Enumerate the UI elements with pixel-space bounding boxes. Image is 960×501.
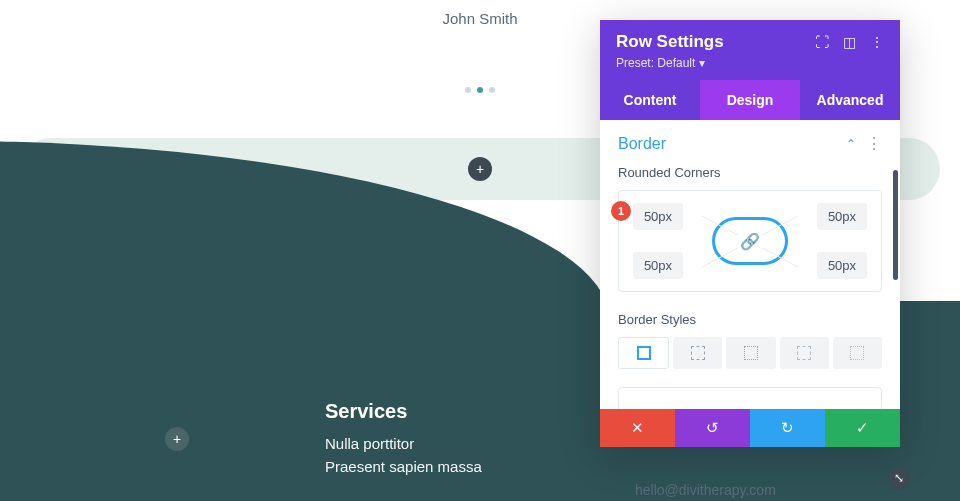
services-block: Services Nulla porttitor Praesent sapien… — [325, 400, 482, 481]
border-style-bottom[interactable] — [780, 337, 829, 369]
border-style-right[interactable] — [726, 337, 775, 369]
redo-button[interactable]: ↻ — [750, 409, 825, 447]
border-preview: 🔗 — [712, 217, 788, 265]
panel-title: Row Settings — [616, 32, 724, 52]
corner-top-left-input[interactable]: 50px — [633, 203, 683, 230]
resize-handle-icon[interactable]: ⤡ — [888, 467, 910, 489]
corner-bottom-right-input[interactable]: 50px — [817, 252, 867, 279]
add-module-button[interactable]: + — [468, 157, 492, 181]
slider-dot[interactable] — [489, 87, 495, 93]
expand-icon[interactable]: ⛶ — [815, 34, 829, 50]
add-module-button[interactable]: + — [165, 427, 189, 451]
contact-email: hello@divitherapy.com — [635, 482, 776, 498]
slider-dot-active[interactable] — [477, 87, 483, 93]
cancel-button[interactable]: ✕ — [600, 409, 675, 447]
services-heading: Services — [325, 400, 482, 423]
border-style-all[interactable] — [618, 337, 669, 369]
border-styles-label: Border Styles — [618, 312, 882, 327]
row-settings-panel: Row Settings ⛶ ◫ ⋮ Preset: Default ▾ Con… — [600, 20, 900, 447]
panel-tabs: Content Design Advanced — [600, 80, 900, 120]
link-values-icon[interactable]: 🔗 — [738, 230, 762, 253]
panel-header[interactable]: Row Settings ⛶ ◫ ⋮ Preset: Default ▾ — [600, 20, 900, 80]
save-button[interactable]: ✓ — [825, 409, 900, 447]
preset-selector[interactable]: Preset: Default ▾ — [616, 56, 884, 70]
panel-scrollbar[interactable] — [893, 170, 898, 280]
section-title[interactable]: Border — [618, 135, 666, 153]
section-more-icon[interactable]: ⋮ — [866, 134, 882, 153]
undo-button[interactable]: ↺ — [675, 409, 750, 447]
tab-content[interactable]: Content — [600, 80, 700, 120]
border-style-top[interactable] — [673, 337, 722, 369]
border-style-selector — [618, 337, 882, 369]
corner-bottom-left-input[interactable]: 50px — [633, 252, 683, 279]
services-item: Praesent sapien massa — [325, 458, 482, 475]
step-badge: 1 — [611, 201, 631, 221]
panel-footer: ✕ ↺ ↻ ✓ — [600, 409, 900, 447]
rounded-corners-label: Rounded Corners — [618, 165, 882, 180]
tab-advanced[interactable]: Advanced — [800, 80, 900, 120]
more-icon[interactable]: ⋮ — [870, 34, 884, 50]
rounded-corners-control: 1 50px 50px 🔗 50px 50px — [618, 190, 882, 292]
collapse-icon[interactable]: ⌃ — [846, 137, 856, 151]
border-section: Border ⌃ ⋮ Rounded Corners 1 50px 50px 🔗… — [600, 120, 900, 369]
slider-dot[interactable] — [465, 87, 471, 93]
corner-top-right-input[interactable]: 50px — [817, 203, 867, 230]
border-style-left[interactable] — [833, 337, 882, 369]
services-item: Nulla porttitor — [325, 435, 482, 452]
tab-design[interactable]: Design — [700, 80, 800, 120]
snap-icon[interactable]: ◫ — [843, 34, 856, 50]
